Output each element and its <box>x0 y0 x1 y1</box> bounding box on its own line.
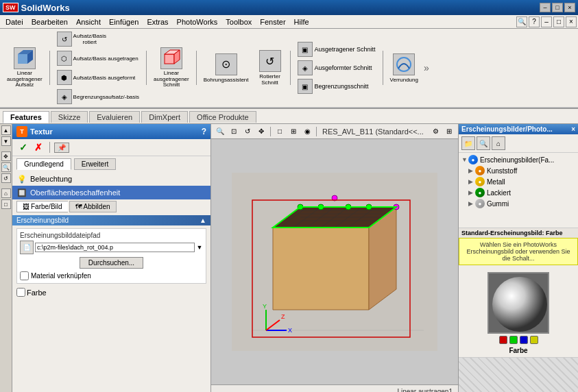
viewport: 🔍 ⊡ ↺ ✥ □ ⊞ ◉ RES_AVL_B11 (Standard<<...… <box>211 124 458 392</box>
sidebar-home[interactable]: ⌂ <box>1 188 11 198</box>
titlebar-close-icon[interactable]: × <box>566 16 577 27</box>
path-input[interactable] <box>35 243 195 252</box>
begrenzungsschnitt-label: Begrenzungsschnitt <box>315 83 369 90</box>
material-link-checkbox[interactable] <box>20 271 29 280</box>
menu-einfuegen[interactable]: Einfügen <box>105 16 143 27</box>
toolbar-verrundung[interactable]: Verrundung <box>386 52 422 84</box>
toolbar-linear-schnitt[interactable]: LinearausgetragenerSchnitt <box>149 46 193 90</box>
beleuchtung-row[interactable]: 💡 Beleuchtung <box>12 172 210 186</box>
sidebar-rotate[interactable]: ↺ <box>1 173 11 183</box>
tab-dimxpert[interactable]: DimXpert <box>141 111 188 123</box>
std-appearance-hint: Wählen Sie ein PhotoWorks Erscheinungsbi… <box>459 238 578 265</box>
tab-features[interactable]: Features <box>3 111 49 123</box>
linear-schnitt-label: LinearausgetragenerSchnitt <box>154 71 189 88</box>
toolbar-aufsatz-ausgeformt[interactable]: ⬢ Aufsatz/Basis ausgeformt <box>53 69 140 86</box>
vp-view-btn[interactable]: ◉ <box>301 125 313 138</box>
farbe-label: Farbe <box>27 289 47 297</box>
tab-grundlegend[interactable]: Grundlegend <box>16 158 71 170</box>
vp-shading-btn[interactable]: □ <box>274 125 286 138</box>
material-link-label: Material verknüpfen <box>31 272 91 280</box>
tree-item-erscheinungsbilder[interactable]: ▼ ● Erscheinungsbilder(Fa... <box>460 154 577 165</box>
kunststoff-icon: ● <box>475 166 485 175</box>
oberflaeche-row[interactable]: 🔲 Oberflächenbeschaffenheit <box>12 186 210 199</box>
sep <box>49 142 50 153</box>
tab-skizze[interactable]: Skizze <box>51 111 88 123</box>
sidebar-view[interactable]: □ <box>1 199 11 209</box>
color-dot-2[interactable] <box>509 336 518 344</box>
toolbar-begrenzungsschnitt[interactable]: ▣ Begrenzungsschnitt <box>293 77 380 95</box>
maximize-button[interactable]: □ <box>552 3 563 12</box>
toolbar-begrenzungsaufsatz[interactable]: ◈ Begrenzungsaufsatz/-basis <box>53 88 144 106</box>
zoom-in-btn[interactable]: 🔍 <box>214 125 226 138</box>
toolbar-bohrungsassistent[interactable]: ⊙ Bohrungsassistent <box>200 52 253 84</box>
rp-search-btn[interactable]: 🔍 <box>477 136 490 150</box>
tab-abbilden[interactable]: 🗺 Abbilden <box>69 201 117 212</box>
begrenzungsaufsatz-label: Begrenzungsaufsatz/-basis <box>73 94 140 100</box>
sidebar-pan[interactable]: ✥ <box>1 151 11 161</box>
titlebar: SW SolidWorks – □ × <box>0 0 578 15</box>
tab-farbe-bild[interactable]: 🖼 Farbe/Bild <box>16 201 68 212</box>
right-panel-close-btn[interactable]: × <box>571 125 575 133</box>
right-panel-toolbar: 📁 🔍 ⌂ <box>459 134 578 153</box>
toolbar-ausgetragener-schnitt[interactable]: ▣ Ausgetragener Schnitt <box>293 40 380 58</box>
toolbar-linear-aufsatz[interactable]: LinearausgetragenerAufsatz <box>3 46 47 90</box>
sidebar-arrow-up[interactable]: ▲ <box>1 125 11 135</box>
linear-schnitt-icon <box>160 47 182 69</box>
panel-help-btn[interactable]: ? <box>202 127 206 136</box>
titlebar-max-icon[interactable]: □ <box>553 16 564 27</box>
search-icon[interactable]: 🔍 <box>516 16 527 27</box>
cancel-button[interactable]: ✗ <box>32 141 45 154</box>
menu-hilfe[interactable]: Hilfe <box>290 16 313 27</box>
sidebar-zoom[interactable]: 🔍 <box>1 162 11 172</box>
color-dot-1[interactable] <box>499 336 507 344</box>
tree-item-lackiert[interactable]: ▶ ● Lackiert <box>460 187 577 198</box>
tree-item-kunststoff[interactable]: ▶ ● Kunststoff <box>460 165 577 176</box>
menu-photoworks[interactable]: PhotoWorks <box>173 16 222 27</box>
color-dot-3[interactable] <box>520 336 528 344</box>
tab-evaluieren[interactable]: Evaluieren <box>89 111 140 123</box>
color-dot-4[interactable] <box>530 336 538 344</box>
titlebar-min-icon[interactable]: – <box>541 16 552 27</box>
minimize-button[interactable]: – <box>540 3 551 12</box>
toolbar-rotierter-schnitt[interactable]: ↺ RotierterSchnitt <box>253 49 287 87</box>
tree-item-metall[interactable]: ▶ ● Metall <box>460 176 577 187</box>
menu-extras[interactable]: Extras <box>143 16 172 27</box>
toolbar-aufsatz-ausgetragen[interactable]: ⬡ Aufsatz/Basis ausgetragen <box>53 49 143 67</box>
menu-datei[interactable]: Datei <box>1 16 27 27</box>
farbe-checkbox[interactable] <box>16 288 25 297</box>
menu-bearbeiten[interactable]: Bearbeiten <box>27 16 72 27</box>
vp-expand-btn[interactable]: ⊞ <box>443 125 455 138</box>
toolbar-ausgeformter-schnitt[interactable]: ◈ Ausgeformter Schnitt <box>293 59 380 77</box>
browse-button[interactable]: Durchsuchen... <box>80 257 143 269</box>
vp-wireframe-btn[interactable]: ⊞ <box>287 125 300 138</box>
menu-toolbox[interactable]: Toolbox <box>221 16 256 27</box>
vp-settings-btn[interactable]: ⚙ <box>429 125 442 138</box>
path-scroll[interactable]: ▼ <box>196 244 203 251</box>
menu-fenster[interactable]: Fenster <box>256 16 289 27</box>
toolbar-aufsatz-rotiert[interactable]: ↺ Aufsatz/Basisrotiert <box>53 30 110 48</box>
rp-home-btn[interactable]: ⌂ <box>492 136 505 150</box>
pan-btn[interactable]: ✥ <box>255 125 267 138</box>
viewport-bottom: Linear austragen1 <box>211 384 458 392</box>
tab-erweitert[interactable]: Erweitert <box>74 158 116 170</box>
tree-label-metall: Metall <box>487 178 505 186</box>
pushpin-btn[interactable]: 📌 <box>54 143 69 153</box>
menu-ansicht[interactable]: Ansicht <box>72 16 105 27</box>
appearance-path-row: Erscheinungsbilddateipfad <box>20 232 203 239</box>
tab-office-produkte[interactable]: Office Produkte <box>189 111 256 123</box>
aufsatz-ausgetragen-icon: ⬡ <box>57 51 72 66</box>
rp-scroll-area[interactable] <box>459 357 578 392</box>
rotate-btn[interactable]: ↺ <box>241 125 254 138</box>
tree-item-gummi[interactable]: ▶ ● Gummi <box>460 198 577 209</box>
ok-button[interactable]: ✓ <box>16 141 30 154</box>
aufsatz-ausgetragen-label: Aufsatz/Basis ausgetragen <box>73 56 139 62</box>
zoom-fit-btn[interactable]: ⊡ <box>228 125 240 138</box>
toolbar-expand-btn[interactable]: » <box>422 61 431 75</box>
rp-folder-btn[interactable]: 📁 <box>461 136 475 150</box>
close-button[interactable]: × <box>564 3 575 12</box>
expand-icon[interactable]: ▲ <box>200 217 206 224</box>
lackiert-icon: ● <box>475 188 485 197</box>
sphere-name: Farbe <box>509 347 527 354</box>
help-icon[interactable]: ? <box>529 16 540 27</box>
sidebar-arrow-down[interactable]: ▼ <box>1 136 11 146</box>
